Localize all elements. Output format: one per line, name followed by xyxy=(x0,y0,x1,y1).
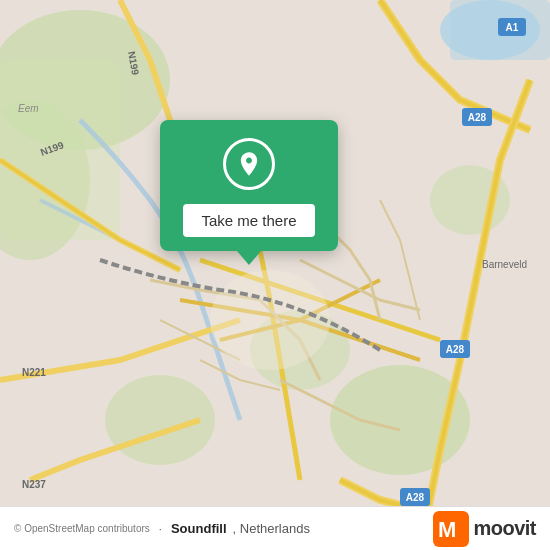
svg-text:M: M xyxy=(438,517,456,542)
svg-text:A1: A1 xyxy=(506,22,519,33)
location-icon-circle xyxy=(223,138,275,190)
svg-text:A28: A28 xyxy=(406,492,425,503)
svg-text:N221: N221 xyxy=(22,367,46,378)
map-container: A1 A28 A28 A28 N199 N199 N221 N237 Barne… xyxy=(0,0,550,550)
svg-text:A28: A28 xyxy=(468,112,487,123)
copyright-text: © OpenStreetMap contributors xyxy=(14,523,150,534)
footer-left: © OpenStreetMap contributors · Soundfill… xyxy=(14,521,310,536)
place-country: , Netherlands xyxy=(233,521,310,536)
moovit-logo: M moovit xyxy=(433,511,536,547)
location-pin-icon xyxy=(235,150,263,178)
svg-text:Barneveld: Barneveld xyxy=(482,259,527,270)
moovit-logo-icon: M xyxy=(433,511,469,547)
footer: © OpenStreetMap contributors · Soundfill… xyxy=(0,506,550,550)
moovit-logo-text: moovit xyxy=(473,517,536,540)
svg-text:Eem: Eem xyxy=(18,103,39,114)
place-name: Soundfill xyxy=(171,521,227,536)
svg-point-24 xyxy=(210,270,330,370)
svg-text:A28: A28 xyxy=(446,344,465,355)
svg-text:N237: N237 xyxy=(22,479,46,490)
popup-card: Take me there xyxy=(160,120,338,251)
take-me-there-button[interactable]: Take me there xyxy=(183,204,314,237)
map-background: A1 A28 A28 A28 N199 N199 N221 N237 Barne… xyxy=(0,0,550,550)
